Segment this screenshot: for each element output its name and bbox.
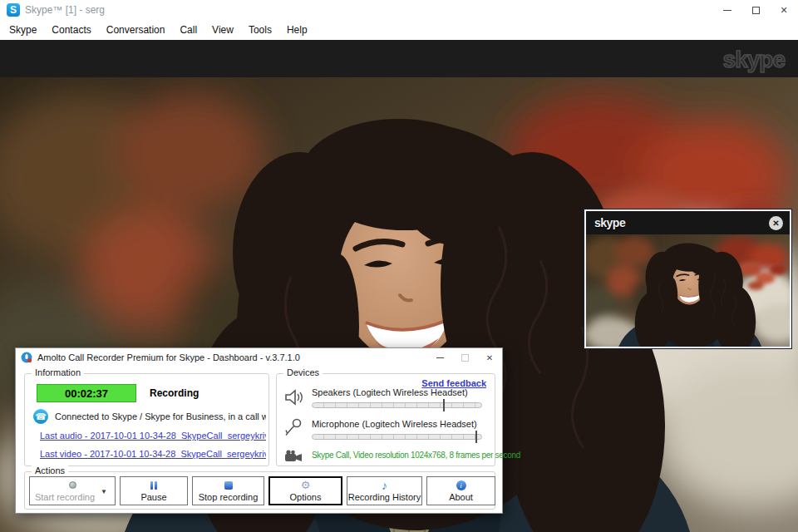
recorder-close-button[interactable]: ✕ xyxy=(477,348,502,367)
recorder-title: Amolto Call Recorder Premium for Skype -… xyxy=(37,352,300,362)
menu-item-call[interactable]: Call xyxy=(172,21,204,39)
recording-status: Recording xyxy=(150,387,199,399)
recorder-minimize-icon xyxy=(436,357,444,358)
start-recording-button[interactable]: Start recording ▼ xyxy=(29,476,116,505)
menu-item-conversation[interactable]: Conversation xyxy=(99,21,173,39)
recording-history-button[interactable]: ♪ Recording History xyxy=(347,476,422,505)
menu-bar: Skype Contacts Conversation Call View To… xyxy=(0,20,798,40)
actions-group: Actions Start recording ▼ Pause Stop rec… xyxy=(24,471,495,510)
minimize-icon xyxy=(723,10,732,11)
pause-button[interactable]: Pause xyxy=(120,476,188,505)
recorder-maximize-button[interactable] xyxy=(452,348,477,367)
close-button[interactable]: ✕ xyxy=(770,0,798,20)
menu-item-tools[interactable]: Tools xyxy=(241,21,279,39)
information-label: Information xyxy=(32,367,84,377)
recorder-titlebar: Amolto Call Recorder Premium for Skype -… xyxy=(16,348,502,367)
window-title: Skype™ [1] - serg xyxy=(25,4,105,16)
record-icon xyxy=(69,481,76,489)
pause-icon xyxy=(150,480,157,490)
microphone-label: Microphone (Logitech Wireless Headset) xyxy=(312,419,477,429)
pip-skype-logo: skype xyxy=(594,216,625,229)
stop-icon xyxy=(224,480,233,490)
speakers-volume-slider[interactable] xyxy=(312,402,482,408)
microphone-icon xyxy=(283,417,303,437)
speakers-slider-thumb[interactable] xyxy=(443,399,445,411)
start-recording-dropdown[interactable]: ▼ xyxy=(101,488,107,495)
menu-item-contacts[interactable]: Contacts xyxy=(44,21,98,39)
pip-titlebar: skype ✕ xyxy=(586,211,790,234)
last-audio-link[interactable]: Last audio - 2017-10-01 10-34-28_SkypeCa… xyxy=(40,431,266,441)
menu-item-help[interactable]: Help xyxy=(279,21,315,39)
call-video-info: Skype Call, Video resolution 1024x768, 8… xyxy=(312,451,520,460)
speaker-icon xyxy=(283,387,303,407)
skype-titlebar: S Skype™ [1] - serg ✕ xyxy=(0,0,798,20)
options-button[interactable]: ⚙ Options xyxy=(268,476,342,505)
devices-label: Devices xyxy=(283,367,323,377)
speakers-label: Speakers (Logitech Wireless Headset) xyxy=(312,387,468,397)
self-view-window[interactable]: skype ✕ xyxy=(584,209,791,348)
microphone-slider-thumb[interactable] xyxy=(475,431,477,443)
music-note-icon: ♪ xyxy=(382,480,387,490)
recorder-minimize-button[interactable] xyxy=(427,348,452,367)
minimize-button[interactable] xyxy=(713,0,741,20)
info-icon: i xyxy=(456,480,466,490)
actions-label: Actions xyxy=(32,466,68,475)
phone-icon: ☎ xyxy=(33,409,48,424)
camcorder-icon xyxy=(283,447,303,467)
recorder-maximize-icon xyxy=(461,354,469,362)
recording-timer: 00:02:37 xyxy=(37,384,136,402)
connection-status: Connected to Skype / Skype for Business,… xyxy=(55,411,266,421)
skype-logo: skype xyxy=(723,47,785,73)
pip-close-button[interactable]: ✕ xyxy=(769,216,783,230)
recorder-app-icon xyxy=(21,352,32,363)
stop-recording-button[interactable]: Stop recording xyxy=(192,476,264,505)
gear-icon: ⚙ xyxy=(301,480,311,490)
skype-header-band: skype xyxy=(0,40,798,77)
maximize-icon xyxy=(752,7,760,14)
microphone-volume-slider[interactable] xyxy=(312,434,482,440)
maximize-button[interactable] xyxy=(741,0,770,20)
information-group: Information 00:02:37 Recording ☎ Connect… xyxy=(24,373,269,466)
about-button[interactable]: i About xyxy=(426,476,495,505)
self-video-preview xyxy=(586,234,790,347)
recorder-dialog: Amolto Call Recorder Premium for Skype -… xyxy=(15,347,503,514)
last-video-link[interactable]: Last video - 2017-10-01 10-34-28_SkypeCa… xyxy=(40,449,266,459)
skype-app-icon: S xyxy=(7,3,20,17)
menu-item-skype[interactable]: Skype xyxy=(2,21,44,39)
menu-item-view[interactable]: View xyxy=(204,21,241,39)
devices-group: Devices Send feedback Speakers (Logitech… xyxy=(276,373,495,466)
